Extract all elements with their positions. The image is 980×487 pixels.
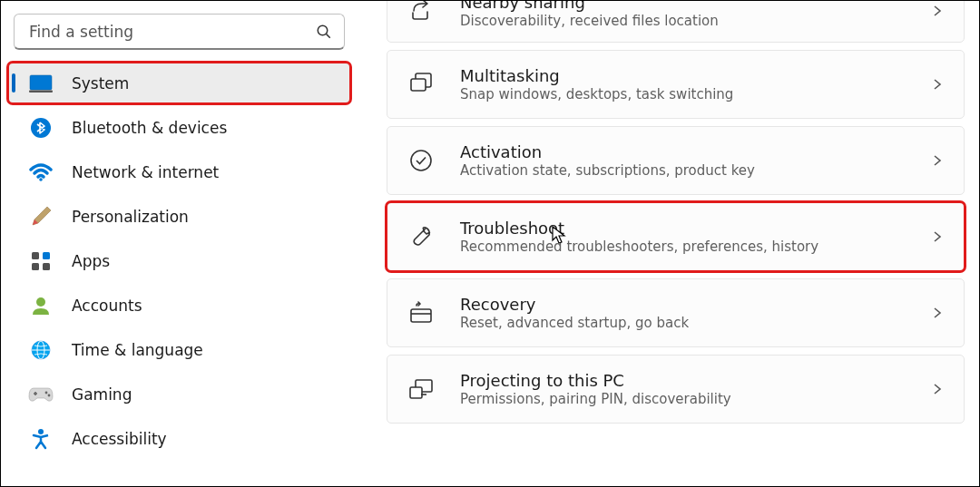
- sidebar-item-label: Time & language: [72, 341, 203, 359]
- svg-rect-3: [29, 90, 53, 93]
- card-title: Nearby sharing: [460, 1, 931, 13]
- svg-point-15: [48, 394, 51, 396]
- svg-rect-19: [411, 309, 431, 322]
- card-title: Activation: [460, 141, 931, 162]
- sidebar-item-label: Personalization: [72, 208, 189, 226]
- wrench-icon: [407, 223, 435, 250]
- sidebar-item-label: System: [72, 74, 129, 93]
- svg-rect-2: [30, 75, 52, 90]
- search-icon: [316, 24, 332, 40]
- svg-rect-9: [43, 263, 50, 270]
- chevron-right-icon: [931, 5, 944, 17]
- card-text: Recovery Reset, advanced startup, go bac…: [460, 294, 931, 333]
- sidebar-item-bluetooth[interactable]: Bluetooth & devices: [8, 107, 350, 148]
- card-title: Multitasking: [460, 65, 931, 86]
- checkmark-circle-icon: [407, 147, 435, 174]
- time-language-icon: [28, 337, 54, 363]
- svg-point-0: [318, 25, 328, 35]
- card-title: Projecting to this PC: [460, 370, 931, 391]
- svg-point-16: [38, 429, 44, 434]
- sidebar-item-network[interactable]: Network & internet: [8, 151, 350, 192]
- chevron-right-icon: [931, 383, 944, 395]
- sidebar-item-apps[interactable]: Apps: [8, 240, 350, 281]
- svg-point-18: [411, 151, 431, 170]
- card-troubleshoot[interactable]: Troubleshoot Recommended troubleshooters…: [387, 202, 965, 271]
- gaming-icon: [28, 382, 54, 407]
- svg-rect-7: [43, 252, 50, 259]
- sidebar-item-label: Accessibility: [72, 430, 167, 448]
- share-icon: [407, 1, 435, 24]
- chevron-right-icon: [931, 78, 944, 91]
- svg-rect-6: [32, 252, 39, 259]
- chevron-right-icon: [931, 230, 944, 243]
- projecting-icon: [407, 375, 435, 403]
- card-subtitle: Reset, advanced startup, go back: [460, 315, 931, 333]
- svg-line-1: [327, 34, 330, 38]
- card-subtitle: Snap windows, desktops, task switching: [460, 86, 931, 104]
- card-projecting[interactable]: Projecting to this PC Permissions, pairi…: [387, 355, 965, 424]
- bluetooth-icon: [28, 115, 54, 141]
- multitasking-icon: [407, 71, 435, 98]
- search-input[interactable]: [14, 14, 345, 50]
- sidebar-item-gaming[interactable]: Gaming: [8, 374, 350, 414]
- sidebar-item-label: Gaming: [72, 385, 132, 404]
- card-text: Multitasking Snap windows, desktops, tas…: [460, 65, 931, 104]
- card-nearby-sharing[interactable]: Nearby sharing Discoverability, received…: [387, 1, 965, 43]
- card-text: Projecting to this PC Permissions, pairi…: [460, 370, 931, 409]
- sidebar-item-personalization[interactable]: Personalization: [8, 196, 350, 237]
- search-container: [14, 14, 345, 50]
- card-text: Activation Activation state, subscriptio…: [460, 141, 931, 180]
- sidebar-item-label: Bluetooth & devices: [72, 119, 227, 137]
- sidebar-item-label: Accounts: [72, 297, 142, 315]
- chevron-right-icon: [931, 307, 944, 319]
- svg-rect-17: [411, 79, 426, 91]
- card-subtitle: Discoverability, received files location: [460, 13, 931, 31]
- system-icon: [28, 71, 54, 96]
- apps-icon: [28, 248, 54, 274]
- sidebar-item-label: Network & internet: [72, 163, 219, 181]
- svg-rect-22: [410, 387, 422, 398]
- svg-rect-8: [32, 263, 39, 270]
- card-text: Nearby sharing Discoverability, received…: [460, 1, 931, 30]
- card-recovery[interactable]: Recovery Reset, advanced startup, go bac…: [387, 278, 965, 347]
- paintbrush-icon: [28, 204, 54, 229]
- sidebar: System Bluetooth & devices Network & int…: [1, 1, 358, 486]
- svg-point-5: [39, 178, 43, 181]
- card-subtitle: Activation state, subscriptions, product…: [460, 162, 931, 180]
- card-multitasking[interactable]: Multitasking Snap windows, desktops, tas…: [387, 50, 965, 119]
- accounts-icon: [28, 293, 54, 318]
- card-activation[interactable]: Activation Activation state, subscriptio…: [387, 126, 965, 195]
- sidebar-item-system[interactable]: System: [8, 63, 350, 103]
- chevron-right-icon: [931, 154, 944, 167]
- main-content: Nearby sharing Discoverability, received…: [358, 1, 979, 486]
- card-text: Troubleshoot Recommended troubleshooters…: [460, 218, 931, 257]
- card-subtitle: Permissions, pairing PIN, discoverabilit…: [460, 391, 931, 409]
- sidebar-item-time[interactable]: Time & language: [8, 329, 350, 370]
- card-title: Troubleshoot: [460, 218, 931, 239]
- card-title: Recovery: [460, 294, 931, 315]
- sidebar-item-accessibility[interactable]: Accessibility: [8, 418, 350, 459]
- sidebar-item-accounts[interactable]: Accounts: [8, 285, 350, 326]
- sidebar-item-label: Apps: [72, 252, 110, 270]
- recovery-icon: [407, 299, 435, 326]
- card-subtitle: Recommended troubleshooters, preferences…: [460, 239, 931, 257]
- svg-point-14: [45, 391, 48, 394]
- svg-point-10: [36, 297, 45, 307]
- wifi-icon: [28, 160, 54, 185]
- accessibility-icon: [28, 426, 54, 452]
